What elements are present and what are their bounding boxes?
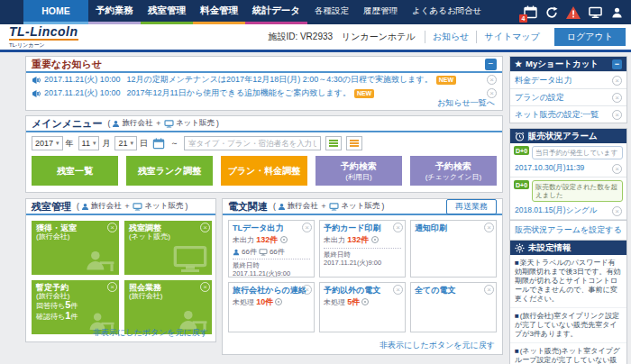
nav-item-reservation[interactable]: 予約業務 [88, 0, 141, 24]
tile-provisional-booking[interactable]: 暫定予約 (旅行会社) 回答待ち5件 確認待ち1件 × [32, 280, 119, 334]
gear-icon[interactable] [275, 298, 282, 305]
nav-item-rate-mgmt[interactable]: 料金管理 [193, 0, 245, 24]
alarm-setup-link[interactable]: 販売状況アラームを設定する [510, 221, 626, 240]
alarm-entry: D+0 当日予約が発生しています [510, 143, 626, 161]
bullet-icon: ■ [515, 259, 519, 267]
sitemap-link[interactable]: サイトマップ [476, 31, 546, 43]
main-menu-buttons: 残室一覧 残室ランク調整 プラン・料金調整 予約検索(利用日) 予約検索(チェッ… [26, 153, 502, 188]
nav-item-settings[interactable]: 各種設定 [307, 0, 356, 24]
warning-icon[interactable] [566, 5, 581, 20]
net-monitor-icon [259, 249, 268, 256]
hide-toggle-icon[interactable]: × [393, 285, 403, 295]
hide-toggle-icon[interactable]: × [612, 76, 622, 86]
hide-toggle-icon[interactable]: × [487, 75, 497, 85]
hide-toggle-icon[interactable]: × [200, 282, 210, 292]
nav-item-home[interactable]: HOME [23, 0, 88, 24]
hide-toggle-icon[interactable]: × [393, 223, 403, 232]
nav-item-statistics[interactable]: 統計データ [245, 0, 307, 24]
alarm-header: 販売状況アラーム [510, 129, 626, 143]
hide-toggle-icon[interactable]: × [484, 285, 494, 295]
resend-button[interactable]: 再送業務 [446, 199, 497, 214]
notice-date: 2017.11.21(火) 10:00 [44, 87, 120, 99]
nav-item-faq[interactable]: よくあるお問合せ [405, 0, 489, 24]
important-notices-panel: 重要なお知らせ − 2017.11.21(火) 10:00 12月の定期メンテナ… [25, 56, 503, 111]
notices-list-link[interactable]: お知らせ一覧へ [437, 97, 495, 109]
collapse-button[interactable]: − [612, 59, 622, 69]
hide-toggle-icon[interactable]: × [612, 206, 622, 216]
hide-toggle-icon[interactable]: × [612, 110, 622, 120]
calendar-picker-icon[interactable] [152, 138, 165, 150]
nav-item-history[interactable]: 履歴管理 [356, 0, 405, 24]
app-logo[interactable]: TL-Lincoln TL-リンカーン [9, 25, 78, 50]
unset-info-title: 未設定情報 [528, 242, 572, 254]
hide-toggle-icon[interactable]: × [200, 223, 210, 232]
year-select[interactable]: 2017▾ [32, 136, 63, 150]
alarm-date-link[interactable]: 2018.01.15(月)シングル × [510, 204, 626, 220]
room-mgmt-title: 残室管理 [32, 200, 71, 214]
search-input[interactable] [184, 136, 321, 150]
tile-acquire-return[interactable]: 獲得・返室 (旅行会社) × [32, 221, 119, 275]
restore-hidden-buttons-link[interactable]: 非表示にしたボタンを元に戻す [93, 327, 208, 339]
detail-view-button[interactable] [346, 136, 362, 150]
reservation-search-checkin-button[interactable]: 予約検索(チェックイン日) [410, 156, 497, 186]
hide-toggle-icon[interactable]: × [107, 223, 117, 232]
room-rank-adjust-button[interactable]: 残室ランク調整 [126, 156, 213, 186]
card-title-link[interactable]: TLデータ出力 [233, 223, 310, 233]
shortcut-net-sales-settings[interactable]: ネット販売の設定:一覧 × [510, 105, 626, 123]
month-select[interactable]: 11▾ [78, 136, 100, 150]
restore-hidden-buttons-link[interactable]: 非表示にしたボタンを元に戻す [380, 340, 495, 351]
hide-toggle-icon[interactable]: × [107, 282, 117, 292]
alarm-message: 販売数が設定された数を超えました [532, 180, 623, 202]
alarm-clock-icon [515, 132, 525, 141]
hide-toggle-icon[interactable]: × [612, 93, 622, 103]
hide-toggle-icon[interactable]: × [484, 223, 494, 232]
alarm-title: 販売状況アラーム [528, 131, 598, 142]
card-title-link[interactable]: 通知印刷 [415, 223, 492, 233]
hide-toggle-icon[interactable]: × [612, 164, 622, 174]
date-range-separator: ～ [170, 138, 178, 150]
agency-person-icon [112, 120, 120, 128]
notice-link-text[interactable]: 12月の定期メンテナンスは2017年12月18日(月) 2:00～4:30の日程… [126, 74, 432, 86]
gear-icon[interactable] [280, 236, 288, 243]
room-mgmt-tiles: 獲得・返室 (旅行会社) × 残室調整 (ネット販売) × 暫定予約 (旅行会社… [26, 215, 215, 340]
telegram-header: 電文関連 ( 旅行会社＋ ネット販売 ) 再送業務 [223, 199, 502, 215]
main-menu-panel: メインメニュー ( 旅行会社＋ ネット販売 ) 2017▾ 年 11▾ 月 21… [25, 115, 503, 193]
hide-toggle-icon[interactable]: × [302, 223, 312, 232]
shortcut-rate-data-output[interactable]: 料金データ出力 × [510, 71, 626, 88]
day-select[interactable]: 21▾ [114, 136, 137, 150]
notice-link[interactable]: お知らせ [425, 31, 477, 43]
card-title-link[interactable]: 全ての電文 [415, 286, 492, 296]
scope-label: ( 旅行会社＋ ネット販売 ) [108, 118, 219, 129]
scope-label: ( 旅行会社＋ ネット販売 ) [273, 201, 384, 212]
alarm-entry: D+0 販売数が設定された数を超えました [510, 177, 626, 204]
hide-toggle-icon[interactable]: × [302, 285, 312, 295]
monitor-icon[interactable] [588, 5, 602, 20]
shortcut-plan-settings[interactable]: プランの設定 × [510, 88, 626, 105]
room-mgmt-panel: 残室管理 ( 旅行会社＋ ネット販売 ) 獲得・返室 (旅行会社) × 残室調整… [25, 198, 216, 342]
user-icon[interactable] [609, 5, 624, 20]
calendar-icon[interactable]: 4 [523, 5, 537, 20]
nav-item-room-mgmt[interactable]: 残室管理 [141, 0, 193, 24]
card-title-link[interactable]: 予約以外の電文 [324, 286, 401, 296]
tile-inquiry[interactable]: 照会業務 (旅行会社) × [124, 280, 212, 334]
room-stock-list-button[interactable]: 残室一覧 [32, 156, 118, 186]
facility-id: 施設ID: VR2933 リンカーンホテル [268, 31, 424, 43]
list-view-button[interactable] [325, 136, 342, 150]
card-title-link[interactable]: 旅行会社からの連絡 [233, 286, 310, 296]
logo-text: TL-Lincoln [9, 25, 78, 41]
telegram-panel: 電文関連 ( 旅行会社＋ ネット販売 ) 再送業務 TLデータ出力 未出力 13… [222, 198, 503, 355]
unset-info-header: 未設定情報 [510, 241, 626, 255]
gear-icon[interactable] [371, 236, 379, 243]
gear-icon[interactable] [361, 298, 369, 305]
plan-rate-adjust-button[interactable]: プラン・料金調整 [221, 156, 307, 186]
refresh-icon[interactable] [544, 5, 559, 20]
card-title-link[interactable]: 予約カード印刷 [324, 223, 401, 233]
collapse-button[interactable]: − [485, 59, 497, 70]
card-notification-print: 通知印刷 × [410, 220, 497, 278]
reservation-search-usage-button[interactable]: 予約検索(利用日) [316, 156, 402, 186]
notice-link-text[interactable]: 2017年12月11日から使用できる追加機能をご案内致します。 [126, 87, 350, 99]
tile-room-adjust[interactable]: 残室調整 (ネット販売) × [124, 221, 212, 275]
monitor-icon [172, 246, 208, 273]
alarm-date-link[interactable]: 2017.10.30(月)11:39 × [510, 161, 626, 177]
logout-button[interactable]: ログアウト [554, 28, 626, 46]
